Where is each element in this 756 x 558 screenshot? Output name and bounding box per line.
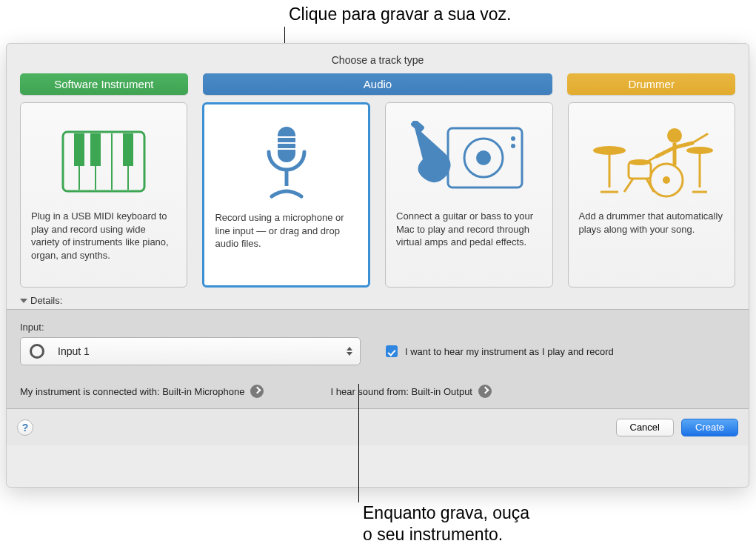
input-select[interactable]: Input 1 xyxy=(20,337,361,365)
disclosure-triangle-icon xyxy=(20,299,27,303)
create-button[interactable]: Create xyxy=(681,419,738,436)
track-type-dialog: Choose a track type Software Instrument … xyxy=(6,43,749,488)
card-desc: Plug in a USB MIDI keyboard to play and … xyxy=(31,210,176,262)
cancel-button[interactable]: Cancel xyxy=(616,419,674,436)
card-microphone[interactable]: Record using a microphone or line input … xyxy=(202,102,370,288)
svg-line-30 xyxy=(624,179,633,192)
callout-top: Clique para gravar a sua voz. xyxy=(289,4,511,24)
card-desc: Add a drummer that automatically plays a… xyxy=(579,210,724,236)
guitar-amp-icon xyxy=(396,113,541,210)
svg-point-27 xyxy=(629,159,651,165)
svg-point-17 xyxy=(511,144,515,148)
dialog-footer: ? Cancel Create xyxy=(7,408,749,445)
monitor-checkbox[interactable] xyxy=(386,345,398,357)
details-label: Details: xyxy=(30,295,62,306)
track-type-tabs: Software Instrument Audio Drummer xyxy=(7,73,749,95)
microphone-icon xyxy=(215,115,358,211)
tab-drummer[interactable]: Drummer xyxy=(567,73,735,95)
input-channel-icon xyxy=(30,344,44,359)
svg-rect-6 xyxy=(90,133,101,166)
svg-point-20 xyxy=(593,146,626,155)
dropdown-arrows-icon xyxy=(347,345,352,357)
dialog-title: Choose a track type xyxy=(7,44,749,73)
details-disclosure[interactable]: Details: xyxy=(7,288,749,309)
help-button[interactable]: ? xyxy=(17,419,33,436)
hear-sound-label: I hear sound from: Built-in Output xyxy=(330,386,472,397)
callout-bottom: Enquanto grava, ouça o seu instrumento. xyxy=(363,502,529,545)
svg-rect-5 xyxy=(74,133,84,166)
tab-software-instrument[interactable]: Software Instrument xyxy=(20,73,188,95)
svg-rect-8 xyxy=(278,127,295,162)
input-label: Input: xyxy=(20,322,735,333)
svg-point-29 xyxy=(663,176,670,184)
track-type-cards: Plug in a USB MIDI keyboard to play and … xyxy=(7,95,749,288)
keyboard-icon xyxy=(31,113,176,210)
monitor-label: I want to hear my instrument as I play a… xyxy=(405,346,614,357)
svg-point-15 xyxy=(476,150,491,165)
drummer-icon xyxy=(579,113,724,210)
svg-point-23 xyxy=(686,147,713,154)
connected-with-label: My instrument is connected with: Built-i… xyxy=(20,386,244,397)
hear-sound-detail-button[interactable] xyxy=(478,385,492,398)
svg-point-19 xyxy=(667,128,682,143)
card-drummer[interactable]: Add a drummer that automatically plays a… xyxy=(568,102,735,288)
callout-line-bottom xyxy=(358,384,359,502)
details-panel: Input: Input 1 I want to hear my instrum… xyxy=(7,309,749,408)
svg-rect-7 xyxy=(123,133,133,166)
tab-audio[interactable]: Audio xyxy=(203,73,553,95)
input-select-value: Input 1 xyxy=(58,345,90,357)
card-guitar[interactable]: Connect a guitar or bass to your Mac to … xyxy=(385,102,552,288)
card-desc: Connect a guitar or bass to your Mac to … xyxy=(396,210,541,249)
card-software-instrument[interactable]: Plug in a USB MIDI keyboard to play and … xyxy=(20,102,187,288)
connected-with-detail-button[interactable] xyxy=(250,385,264,398)
svg-point-16 xyxy=(511,136,515,141)
card-desc: Record using a microphone or line input … xyxy=(215,211,358,250)
